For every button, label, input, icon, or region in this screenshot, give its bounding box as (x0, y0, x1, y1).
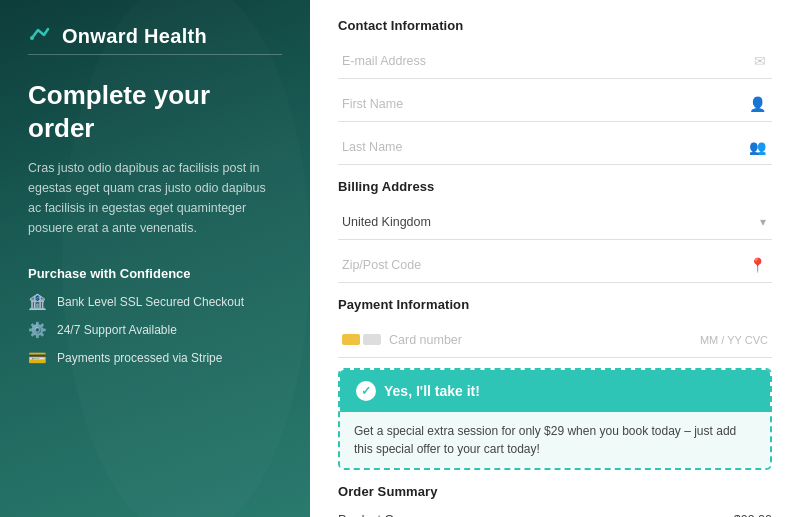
card-expiry-cvc: MM / YY CVC (700, 334, 768, 346)
trust-ssl-label: Bank Level SSL Secured Checkout (57, 295, 244, 309)
country-wrapper: United Kingdom United States Canada Aust… (338, 204, 772, 240)
order-summary-section: Order Summary Product One $99.00 Product… (338, 484, 772, 517)
payment-section-title: Payment Information (338, 297, 772, 312)
upsell-check-icon: ✓ (356, 381, 376, 401)
order-line-1-price: $99.00 (734, 513, 772, 517)
trust-items: 🏦 Bank Level SSL Secured Checkout ⚙️ 24/… (28, 293, 282, 367)
hero-description: Cras justo odio dapibus ac facilisis pos… (28, 158, 282, 238)
card-number-row: Card number MM / YY CVC (338, 322, 772, 358)
person-icon: 👤 (749, 96, 766, 112)
order-line-1: Product One $99.00 (338, 509, 772, 517)
billing-section-title: Billing Address (338, 179, 772, 194)
brand-name: Onward Health (62, 25, 207, 48)
svg-point-0 (30, 36, 34, 40)
bank-icon: 🏦 (28, 293, 47, 311)
stripe-icon: 💳 (28, 349, 47, 367)
support-icon: ⚙️ (28, 321, 47, 339)
logo-divider (28, 54, 282, 55)
last-name-group: 👥 (338, 129, 772, 165)
email-field[interactable] (338, 43, 772, 79)
order-summary-title: Order Summary (338, 484, 772, 499)
country-select[interactable]: United Kingdom United States Canada Aust… (338, 204, 772, 240)
first-name-group: 👤 (338, 86, 772, 122)
zip-group: 📍 (338, 247, 772, 283)
first-name-field[interactable] (338, 86, 772, 122)
order-line-1-label: Product One (338, 513, 408, 517)
card-icons (342, 334, 381, 345)
logo-row: Onward Health (28, 22, 282, 50)
contact-section-title: Contact Information (338, 18, 772, 33)
left-panel: Onward Health Complete your order Cras j… (0, 0, 310, 517)
trust-title: Purchase with Confidence (28, 266, 282, 281)
mc-icon (363, 334, 381, 345)
last-name-field[interactable] (338, 129, 772, 165)
trust-support-label: 24/7 Support Available (57, 323, 177, 337)
email-group: ✉ (338, 43, 772, 79)
upsell-description: Get a special extra session for only $29… (354, 424, 736, 456)
upsell-button-label: Yes, I'll take it! (384, 383, 480, 399)
page-title: Complete your order (28, 79, 282, 144)
location-icon: 📍 (749, 257, 766, 273)
trust-item-support: ⚙️ 24/7 Support Available (28, 321, 282, 339)
zip-field[interactable] (338, 247, 772, 283)
visa-icon (342, 334, 360, 345)
trust-stripe-label: Payments processed via Stripe (57, 351, 222, 365)
email-icon: ✉ (754, 53, 766, 69)
right-panel: Contact Information ✉ 👤 👥 Billing Addres… (310, 0, 800, 517)
trust-item-ssl: 🏦 Bank Level SSL Secured Checkout (28, 293, 282, 311)
trust-item-stripe: 💳 Payments processed via Stripe (28, 349, 282, 367)
upsell-button[interactable]: ✓ Yes, I'll take it! (340, 370, 770, 412)
logo-icon (28, 22, 52, 50)
person-icon-2: 👥 (749, 139, 766, 155)
upsell-box: ✓ Yes, I'll take it! Get a special extra… (338, 368, 772, 470)
upsell-body: Get a special extra session for only $29… (340, 412, 770, 468)
card-number-field[interactable]: Card number (389, 333, 692, 347)
